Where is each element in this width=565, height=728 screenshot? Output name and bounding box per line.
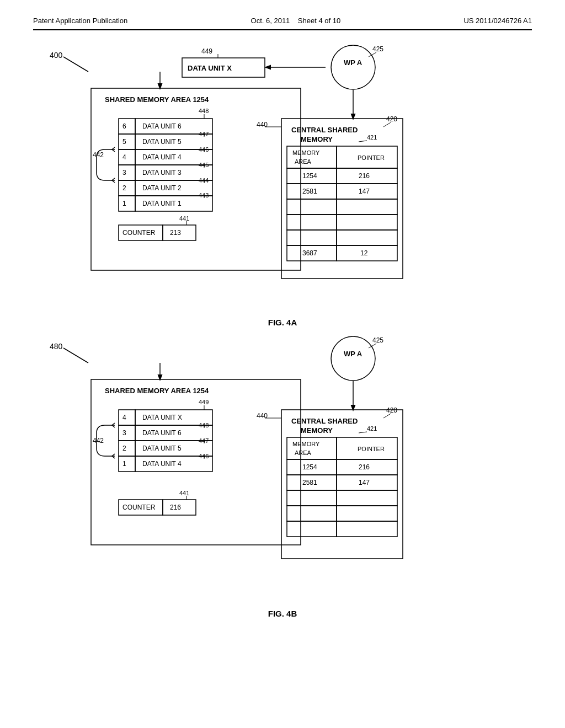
svg-text:WP A: WP A: [344, 58, 363, 67]
svg-rect-79: [287, 199, 337, 215]
svg-text:216: 216: [170, 504, 181, 511]
svg-text:1254: 1254: [302, 463, 317, 471]
svg-text:MEMORY: MEMORY: [292, 441, 320, 447]
svg-text:216: 216: [359, 463, 370, 471]
fig4a-section: 400 DATA UNIT X 449 WP A 425 SHARED MEMO…: [33, 41, 532, 327]
svg-text:4: 4: [122, 153, 126, 161]
svg-text:216: 216: [359, 172, 370, 180]
svg-point-92: [331, 336, 375, 381]
fig4a-svg: 400 DATA UNIT X 449 WP A 425 SHARED MEMO…: [33, 41, 530, 312]
svg-line-0: [63, 57, 88, 72]
svg-rect-101: [119, 410, 135, 425]
svg-text:MEMORY: MEMORY: [301, 426, 333, 435]
svg-text:CENTRAL SHARED: CENTRAL SHARED: [291, 417, 358, 425]
svg-text:3: 3: [122, 429, 126, 437]
svg-rect-157: [337, 521, 397, 537]
svg-rect-119: [119, 456, 135, 472]
svg-text:449: 449: [199, 399, 209, 405]
svg-text:4: 4: [122, 414, 126, 421]
svg-text:MEMORY: MEMORY: [301, 135, 333, 143]
svg-rect-16: [119, 119, 135, 134]
svg-text:DATA UNIT X: DATA UNIT X: [188, 64, 232, 72]
svg-text:480: 480: [50, 342, 63, 351]
svg-text:SHARED MEMORY AREA 1254: SHARED MEMORY AREA 1254: [105, 95, 209, 104]
svg-text:COUNTER: COUNTER: [122, 504, 156, 511]
fig4a-label: FIG. 4A: [33, 318, 532, 327]
svg-rect-22: [119, 134, 135, 149]
svg-text:441: 441: [179, 215, 189, 222]
fig4b-svg: 480 WP A 425 SHARED MEMORY AREA 1254 449…: [33, 333, 530, 603]
svg-rect-59: [281, 119, 403, 279]
svg-point-7: [331, 45, 375, 89]
svg-text:3: 3: [122, 169, 126, 176]
header-center: Oct. 6, 2011 Sheet 4 of 10: [251, 17, 341, 25]
svg-text:2581: 2581: [302, 188, 317, 195]
svg-text:1254: 1254: [302, 172, 317, 180]
svg-text:6: 6: [122, 122, 126, 130]
svg-rect-81: [287, 215, 337, 230]
svg-text:3687: 3687: [302, 249, 317, 257]
fig4b-label: FIG. 4B: [33, 609, 532, 618]
fig4a-id: 400: [50, 51, 63, 60]
svg-rect-80: [337, 199, 397, 215]
svg-text:12: 12: [360, 249, 368, 257]
svg-line-65: [383, 122, 391, 127]
svg-text:1: 1: [122, 460, 126, 468]
svg-text:DATA UNIT 4: DATA UNIT 4: [142, 153, 182, 161]
svg-rect-34: [119, 165, 135, 180]
svg-text:SHARED MEMORY AREA 1254: SHARED MEMORY AREA 1254: [105, 387, 209, 395]
svg-line-138: [383, 414, 391, 418]
svg-text:DATA UNIT X: DATA UNIT X: [142, 414, 182, 421]
svg-text:POINTER: POINTER: [358, 154, 385, 161]
svg-text:WP A: WP A: [344, 350, 363, 358]
svg-text:425: 425: [372, 45, 383, 53]
svg-text:147: 147: [359, 188, 370, 195]
page: Patent Application Publication Oct. 6, 2…: [0, 0, 565, 728]
svg-text:147: 147: [359, 479, 370, 486]
svg-rect-28: [119, 149, 135, 165]
svg-text:COUNTER: COUNTER: [122, 229, 156, 237]
svg-text:2581: 2581: [302, 479, 317, 486]
svg-text:POINTER: POINTER: [358, 446, 385, 452]
svg-text:449: 449: [201, 47, 212, 55]
svg-text:DATA UNIT 6: DATA UNIT 6: [142, 429, 182, 437]
svg-text:DATA UNIT 6: DATA UNIT 6: [142, 122, 182, 130]
svg-rect-107: [119, 425, 135, 441]
svg-text:DATA UNIT 5: DATA UNIT 5: [142, 138, 182, 146]
svg-text:441: 441: [179, 490, 189, 496]
svg-rect-40: [119, 180, 135, 196]
svg-text:2: 2: [122, 445, 126, 452]
svg-text:442: 442: [93, 437, 104, 445]
svg-line-63: [359, 141, 367, 142]
svg-text:448: 448: [199, 108, 209, 114]
fig4b-section: 480 WP A 425 SHARED MEMORY AREA 1254 449…: [33, 333, 532, 618]
svg-text:420: 420: [386, 406, 397, 414]
svg-rect-12: [91, 88, 301, 270]
svg-rect-113: [119, 441, 135, 456]
svg-text:425: 425: [372, 336, 383, 344]
svg-rect-155: [337, 506, 397, 521]
svg-rect-82: [337, 215, 397, 230]
svg-text:DATA UNIT 1: DATA UNIT 1: [142, 200, 182, 207]
header-left: Patent Application Publication: [33, 17, 127, 25]
svg-text:440: 440: [257, 121, 268, 129]
svg-text:5: 5: [122, 138, 126, 146]
svg-text:213: 213: [170, 229, 181, 237]
svg-text:MEMORY: MEMORY: [292, 149, 320, 156]
page-header: Patent Application Publication Oct. 6, 2…: [33, 17, 532, 30]
svg-text:2: 2: [122, 184, 126, 192]
svg-text:1: 1: [122, 200, 126, 207]
svg-text:DATA UNIT 5: DATA UNIT 5: [142, 445, 182, 452]
svg-text:AREA: AREA: [295, 158, 312, 165]
svg-rect-152: [287, 490, 337, 506]
svg-rect-84: [337, 230, 397, 245]
header-right: US 2011/0246726 A1: [463, 17, 532, 25]
svg-rect-154: [287, 506, 337, 521]
svg-text:DATA UNIT 3: DATA UNIT 3: [142, 169, 182, 176]
svg-text:440: 440: [257, 412, 268, 420]
svg-rect-153: [337, 490, 397, 506]
svg-rect-83: [287, 230, 337, 245]
svg-text:421: 421: [367, 425, 377, 432]
svg-text:DATA UNIT 2: DATA UNIT 2: [142, 184, 182, 192]
svg-rect-156: [287, 521, 337, 537]
